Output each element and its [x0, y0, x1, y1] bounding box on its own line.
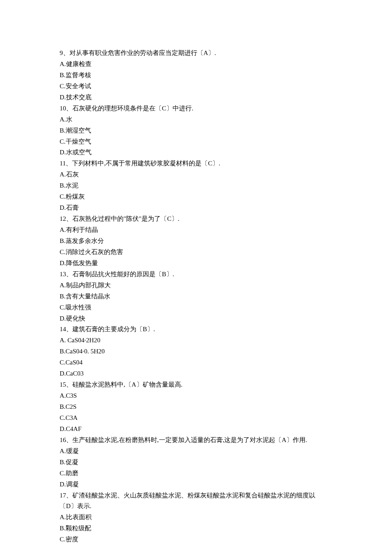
text-line: A.制品内部孔隙大 — [60, 280, 332, 291]
text-line: A.缓凝 — [60, 446, 332, 457]
text-line: A.有利于结晶 — [60, 225, 332, 236]
text-line: C.干燥空气 — [60, 136, 332, 147]
text-line: B.含有大量结晶水 — [60, 291, 332, 302]
text-line: 13、石膏制品抗火性能好的原因是〔B〕. — [60, 269, 332, 280]
text-line: B.促凝 — [60, 457, 332, 468]
text-line: 15、硅酸盐水泥熟料中,〔A〕矿物含量最高. — [60, 379, 332, 390]
text-line: 16、生产硅酸盐水泥,在粉磨熟料时,一定要加入适量的石膏,这是为了对水泥起〔A〕… — [60, 435, 332, 446]
text-line: A.石灰 — [60, 169, 332, 180]
text-line: B.蒸发多余水分 — [60, 236, 332, 247]
text-line: A. CaS04·2H20 — [60, 335, 332, 346]
text-line: 12、石灰熟化过程中的"陈伏"是为了〔C〕. — [60, 214, 332, 225]
text-line: C.消除过火石灰的危害 — [60, 247, 332, 258]
text-line: A.水 — [60, 114, 332, 125]
text-line: A.健康检查 — [60, 59, 332, 70]
text-line: A.C3S — [60, 390, 332, 402]
text-line: 14、建筑石膏的主要成分为〔B〕. — [60, 324, 332, 335]
text-line: D.C4AF — [60, 424, 332, 435]
text-line: D.水或空气 — [60, 147, 332, 158]
text-line: C.吸水性强 — [60, 302, 332, 313]
text-line: B.CaS04·0. 5H20 — [60, 346, 332, 357]
text-line: B.水泥 — [60, 180, 332, 191]
text-line: D.CaC03 — [60, 368, 332, 379]
text-line: C.C3A — [60, 413, 332, 424]
text-line: 9、对从事有职业危害作业的劳动者应当定期进行〔A〕. — [60, 48, 332, 59]
text-line: B.颗粒级配 — [60, 523, 332, 534]
document-content: 9、对从事有职业危害作业的劳动者应当定期进行〔A〕. A.健康检查 B.监督考核… — [60, 48, 332, 545]
text-line: 17、矿渣硅酸盐水泥、火山灰质硅酸盐水泥、粉煤灰硅酸盐水泥和复合硅酸盐水泥的细度… — [60, 490, 332, 512]
text-line: D.降低发热量 — [60, 258, 332, 269]
text-line: C.安全考试 — [60, 81, 332, 92]
text-line: A.比表面积 — [60, 512, 332, 523]
text-line: C.助磨 — [60, 468, 332, 479]
text-line: D.调凝 — [60, 479, 332, 490]
text-line: B.监督考核 — [60, 70, 332, 81]
text-line: C.粉煤灰 — [60, 191, 332, 202]
text-line: 10、石灰硬化的理想环境条件是在〔C〕中进行. — [60, 103, 332, 114]
text-line: D.技术交底 — [60, 92, 332, 103]
text-line: D.硬化快 — [60, 313, 332, 324]
text-line: 11、下列材料中,不属于常用建筑砂浆胶凝材料的是〔C〕. — [60, 158, 332, 169]
text-line: C.CaS04 — [60, 357, 332, 368]
text-line: B.潮湿空气 — [60, 125, 332, 136]
text-line: D.石膏 — [60, 202, 332, 214]
text-line: B.C2S — [60, 402, 332, 413]
text-line: C.密度 — [60, 534, 332, 545]
